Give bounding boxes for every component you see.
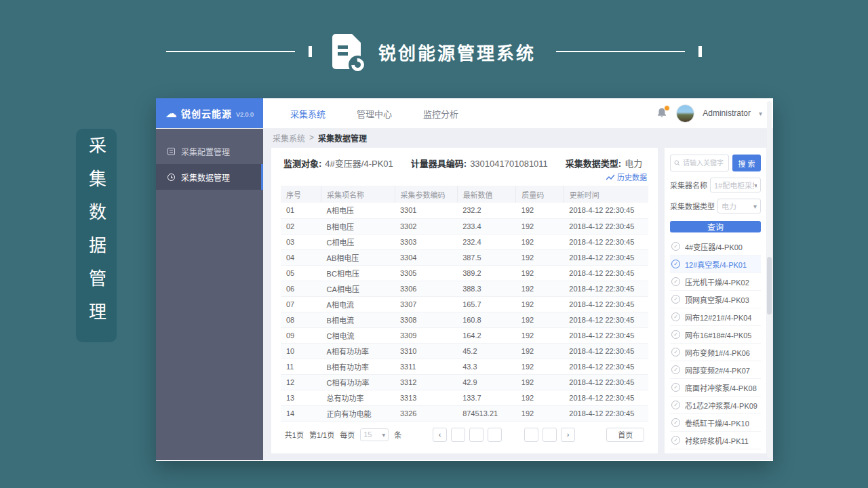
col-header-item-name: 采集项名称	[321, 186, 395, 203]
device-label: 网部变频2#/4-PK07	[685, 365, 750, 375]
table-row[interactable]: 08 B相电流 3308 160.8 192 2018-4-12 22:30:4…	[281, 312, 648, 327]
cell-quality-code: 192	[516, 296, 564, 312]
user-avatar[interactable]	[676, 104, 694, 123]
col-header-quality-code: 质量码	[516, 186, 564, 203]
cell-latest-value: 43.3	[457, 359, 516, 374]
table-row[interactable]: 04 AB相电压 3304 387.5 192 2018-4-12 22:30:…	[281, 249, 648, 265]
cell-index: 11	[281, 359, 321, 374]
cell-latest-value: 388.3	[457, 281, 516, 296]
cell-quality-code: 192	[516, 203, 564, 218]
sidebar-item-collection-data[interactable]: 采集数据管理	[156, 164, 263, 190]
nav-item-management-center[interactable]: 管理中心	[357, 107, 392, 120]
table-row[interactable]: 12 C相有功功率 3312 42.9 192 2018-4-12 22:30:…	[281, 374, 648, 390]
app-logo: ☁ 锐创云能源 V2.0.0	[156, 98, 263, 128]
search-button[interactable]: 搜 索	[732, 155, 761, 171]
cell-param-code: 3306	[395, 281, 457, 296]
topbar-user-area: Administrator ▾	[656, 98, 773, 128]
cell-index: 02	[281, 218, 321, 234]
collector-name-select[interactable]: 1#配电柜采集器 ▾	[710, 178, 761, 192]
device-list-item[interactable]: 芯1芯2冲浆泵/4-PK09	[670, 396, 761, 414]
data-type-row: 采集数据类型 电力 ▾	[670, 199, 761, 214]
cell-index: 13	[281, 390, 321, 405]
table-row[interactable]: 01 A相电压 3301 232.2 192 2018-4-12 22:30:4…	[281, 203, 648, 218]
first-page-button[interactable]: 首页	[606, 428, 644, 442]
device-list-item[interactable]: 网布12#21#/4-PK04	[670, 308, 761, 326]
page-number-button[interactable]	[524, 428, 538, 442]
cell-param-code: 3303	[395, 234, 457, 249]
chevron-down-icon: ▾	[753, 203, 757, 210]
notification-bell-icon[interactable]	[656, 107, 668, 119]
app-window: ☁ 锐创云能源 V2.0.0 采集系统 管理中心 监控分析 Administra…	[156, 98, 773, 461]
page-number-button[interactable]	[451, 428, 465, 442]
page-number-button[interactable]	[542, 428, 557, 442]
cell-item-name: B相有功功率	[321, 359, 395, 374]
cell-update-time: 2018-4-12 22:30:45	[564, 312, 648, 327]
page-number-button[interactable]	[469, 428, 484, 442]
table-row[interactable]: 14 正向有功电能 3326 874513.21 192 2018-4-12 2…	[281, 405, 648, 421]
search-input[interactable]	[683, 159, 725, 167]
table-row[interactable]: 07 A相电流 3307 165.7 192 2018-4-12 22:30:4…	[281, 296, 648, 312]
next-page-button[interactable]: ›	[561, 428, 575, 442]
cell-item-name: AB相电压	[321, 249, 395, 265]
cell-item-name: C相电流	[321, 327, 395, 343]
page-number-button[interactable]	[488, 428, 502, 442]
device-list-item[interactable]: 底面衬冲浆泵/4-PK08	[670, 379, 761, 396]
search-icon	[674, 159, 680, 167]
data-type-select[interactable]: 电力 ▾	[717, 199, 761, 214]
scrollbar[interactable]	[767, 101, 772, 458]
device-list-item[interactable]: 卷纸缸干燥/4-PK10	[670, 414, 761, 432]
filter-panel: 搜 索 采集器名称 1#配电柜采集器 ▾ 采集数据类型 电力 ▾	[665, 148, 766, 453]
table-row[interactable]: 05 BC相电压 3305 389.2 192 2018-4-12 22:30:…	[281, 265, 648, 281]
chevron-down-icon[interactable]: ▾	[759, 110, 762, 117]
prev-page-button[interactable]: ‹	[433, 428, 447, 442]
per-page-select[interactable]: 15 ▾	[360, 428, 389, 441]
device-list-item[interactable]: 4#变压器/4-PK00	[670, 238, 761, 256]
collector-name-label: 采集器名称	[670, 180, 707, 190]
page-number-button[interactable]	[506, 428, 520, 442]
banner-line-right	[556, 51, 685, 52]
table-row[interactable]: 09 C相电流 3309 164.2 192 2018-4-12 22:30:4…	[281, 327, 648, 343]
table-row[interactable]: 13 总有功功率 3313 133.7 192 2018-4-12 22:30:…	[281, 390, 648, 405]
scrollbar-thumb[interactable]	[767, 257, 772, 314]
device-list-item[interactable]: 网部变频2#/4-PK07	[670, 361, 761, 379]
sidebar-item-label: 采集配置管理	[181, 146, 230, 157]
device-list-item[interactable]: 顶网真空泵/4-PK03	[670, 291, 761, 308]
col-header-index: 序号	[281, 186, 321, 203]
device-list-item[interactable]: 压光机干燥/4-PK02	[670, 273, 761, 291]
search-input-wrap	[670, 155, 729, 171]
cell-update-time: 2018-4-12 22:30:45	[564, 343, 648, 359]
table-row[interactable]: 10 A相有功功率 3310 45.2 192 2018-4-12 22:30:…	[281, 343, 648, 359]
device-label: 芯1芯2冲浆泵/4-PK09	[685, 400, 757, 411]
page-banner: 锐创能源管理系统	[0, 30, 868, 73]
table-row[interactable]: 03 C相电压 3303 232.4 192 2018-4-12 22:30:4…	[281, 234, 648, 249]
cell-latest-value: 232.4	[457, 234, 516, 249]
device-list-item[interactable]: 网布变频1#/4-PK06	[670, 344, 761, 361]
query-button[interactable]: 查询	[670, 221, 761, 232]
circle-check-icon	[671, 418, 680, 427]
cell-update-time: 2018-4-12 22:30:45	[564, 296, 648, 312]
cell-item-name: A相有功功率	[321, 343, 395, 359]
device-list-item[interactable]: 12#真空泵/4-PK01	[670, 256, 761, 273]
cell-param-code: 3305	[395, 265, 457, 281]
cell-update-time: 2018-4-12 22:30:45	[564, 281, 648, 296]
cell-update-time: 2018-4-12 22:30:45	[564, 234, 648, 249]
table-row[interactable]: 11 B相有功功率 3311 43.3 192 2018-4-12 22:30:…	[281, 359, 648, 374]
table-row[interactable]: 06 CA相电压 3306 388.3 192 2018-4-12 22:30:…	[281, 281, 648, 296]
cell-index: 01	[281, 203, 321, 218]
cell-index: 06	[281, 281, 321, 296]
history-data-link[interactable]: 历史数据	[606, 171, 647, 182]
cell-param-code: 3309	[395, 327, 457, 343]
circle-check-icon	[671, 277, 680, 286]
breadcrumb-parent[interactable]: 采集系统	[273, 132, 305, 144]
sidebar-item-collection-config[interactable]: 采集配置管理	[156, 138, 263, 164]
circle-check-icon	[671, 312, 680, 321]
device-list-item[interactable]: 衬浆碎浆机/4-PK11	[670, 432, 761, 449]
meter-code: 计量器具编码:3301041701081011	[411, 157, 548, 169]
table-row[interactable]: 02 B相电压 3302 233.4 192 2018-4-12 22:30:4…	[281, 218, 648, 234]
device-list-item[interactable]: 网布16#18#/4-PK05	[670, 326, 761, 344]
data-type: 采集数据类型:电力	[566, 157, 642, 169]
sidebar-item-label: 采集数据管理	[181, 171, 230, 183]
nav-item-monitoring-analysis[interactable]: 监控分析	[423, 107, 458, 120]
cell-param-code: 3326	[395, 405, 457, 421]
nav-item-collection-system[interactable]: 采集系统	[290, 107, 326, 120]
